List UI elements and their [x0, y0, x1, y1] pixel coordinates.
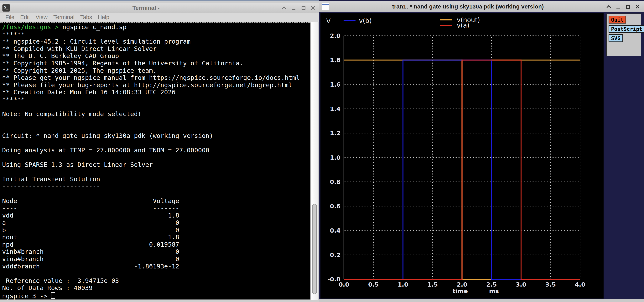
- x-tick-label: 1.0: [398, 281, 408, 288]
- trace-v(a): [344, 60, 580, 279]
- close-icon[interactable]: [636, 5, 640, 9]
- y-tick-label: 1.2: [330, 130, 340, 136]
- ngspice-prompt: ngspice 3 ->: [2, 292, 51, 300]
- y-tick-label: 0.2: [330, 251, 340, 258]
- terminal-scrollbar[interactable]: [311, 22, 318, 300]
- terminal-output-area[interactable]: /foss/designs > ngspice c_nand.sp ******…: [0, 22, 310, 299]
- x-axis-unit: ms: [489, 287, 499, 294]
- plot-window: tran1: * nand gate using sky130a pdk (wo…: [319, 0, 644, 302]
- x-tick-label: 3.5: [545, 281, 556, 288]
- x-tick-label: 3.0: [516, 281, 526, 288]
- y-tick-label: 0.4: [330, 227, 340, 234]
- menu-help[interactable]: Help: [98, 14, 110, 21]
- legend-swatch-vb: [344, 20, 356, 21]
- x-tick-label: 1.5: [427, 281, 438, 288]
- terminal-titlebar[interactable]: $_ Terminal -: [0, 3, 319, 13]
- terminal-window: $_ Terminal - File Edit View Terminal Ta…: [0, 0, 319, 302]
- menu-view[interactable]: View: [36, 14, 48, 21]
- x-tick-label: 0.5: [368, 281, 379, 288]
- shell-command: ngspice c_nand.sp: [62, 23, 126, 31]
- maximize-icon[interactable]: [626, 5, 630, 9]
- shade-icon[interactable]: [607, 5, 611, 9]
- menu-file[interactable]: File: [6, 14, 14, 21]
- svg-button[interactable]: SVG: [608, 34, 623, 42]
- shade-icon[interactable]: [282, 6, 286, 10]
- plot-window-bottom-border: [319, 299, 644, 301]
- plot-titlebar[interactable]: tran1: * nand gate using sky130a pdk (wo…: [319, 1, 644, 12]
- y-tick-label: 1.6: [330, 81, 340, 88]
- y-tick-label: 1.8: [330, 57, 340, 63]
- terminal-icon-glyph: $_: [4, 5, 8, 9]
- legend-swatch-va: [440, 25, 452, 26]
- terminal-icon: $_: [2, 4, 10, 12]
- y-tick-label: 2.0: [330, 32, 340, 39]
- x-tick-label: 2.0: [457, 281, 468, 288]
- shell-prompt-path: /foss/designs >: [2, 23, 62, 31]
- menu-edit[interactable]: Edit: [20, 14, 30, 21]
- terminal-cursor: [51, 292, 55, 299]
- y-tick-label: 0.8: [330, 178, 340, 185]
- x-tick-label: 4.0: [575, 281, 586, 288]
- y-tick-label: 0.6: [330, 203, 340, 210]
- terminal-output-text: ****** ** ngspice-45.2 : Circuit level s…: [2, 31, 310, 292]
- plot-button-panel: Quit PostScript SVG: [606, 14, 641, 56]
- y-tick-label: 1.4: [330, 105, 340, 112]
- minimize-icon[interactable]: [292, 6, 296, 10]
- waveform-svg: 2.01.81.61.41.21.00.80.60.40.2-0.00.00.5…: [320, 13, 604, 298]
- terminal-window-title: Terminal -: [10, 5, 282, 11]
- terminal-current-prompt: ngspice 3 ->: [2, 292, 310, 300]
- y-tick-label: 1.0: [330, 154, 340, 161]
- maximize-icon[interactable]: [301, 6, 306, 10]
- scrollbar-thumb[interactable]: [312, 204, 317, 294]
- plot-window-controls: [607, 5, 644, 9]
- plot-window-icon: [322, 3, 329, 10]
- x-tick-label: 0.0: [339, 281, 349, 288]
- plot-window-title: tran1: * nand gate using sky130a pdk (wo…: [329, 3, 607, 10]
- legend-label-vb: v(b): [359, 17, 372, 25]
- terminal-command-line: /foss/designs > ngspice c_nand.sp: [2, 24, 310, 31]
- minimize-icon[interactable]: [616, 5, 620, 9]
- close-icon[interactable]: [311, 6, 315, 10]
- plot-canvas: 2.01.81.61.41.21.00.80.60.40.2-0.00.00.5…: [320, 13, 604, 298]
- legend-swatch-vnout: [440, 19, 452, 21]
- x-tick-label: 2.5: [486, 281, 497, 288]
- y-unit-label: V: [326, 17, 331, 25]
- postscript-button[interactable]: PostScript: [608, 25, 644, 33]
- quit-button[interactable]: Quit: [608, 16, 626, 24]
- x-axis-label: time: [453, 287, 468, 294]
- menu-terminal[interactable]: Terminal: [53, 14, 74, 21]
- legend-label-va: v(a): [457, 22, 470, 29]
- terminal-menubar: File Edit View Terminal Tabs Help: [0, 13, 319, 22]
- menu-tabs[interactable]: Tabs: [80, 14, 92, 21]
- terminal-window-controls: [282, 6, 319, 10]
